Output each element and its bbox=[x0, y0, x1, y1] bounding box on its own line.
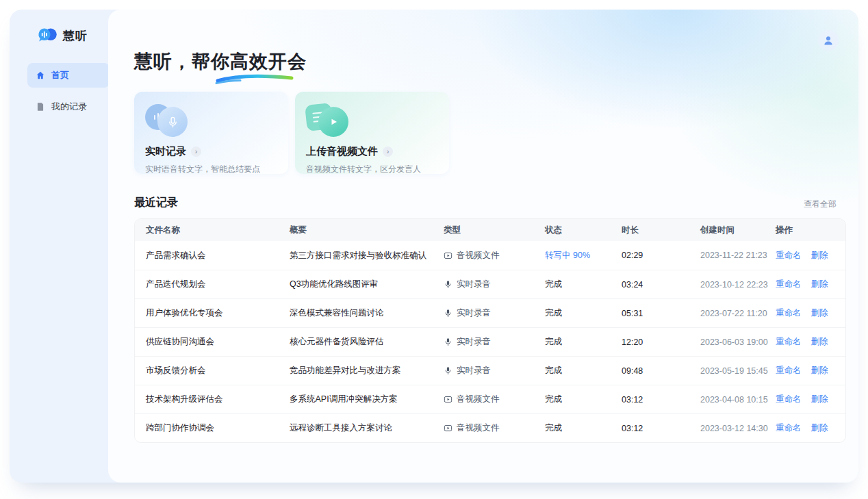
sidebar-item-my-records[interactable]: 我的记录 bbox=[27, 94, 110, 119]
sidebar-nav: 首页我的记录 bbox=[10, 63, 118, 119]
card-icon-cluster bbox=[145, 101, 277, 140]
rename-link[interactable]: 重命名 bbox=[776, 365, 802, 376]
card-upload-media[interactable]: 上传音视频文件›音视频文件转文字，区分发言人 bbox=[295, 92, 449, 174]
record-type: 实时录音 bbox=[444, 365, 545, 376]
page-title-text: 慧听，帮你高效开会 bbox=[134, 51, 307, 72]
record-name: 供应链协同沟通会 bbox=[146, 336, 290, 348]
document-icon bbox=[36, 102, 45, 112]
recent-section-header: 最近记录 查看全部 bbox=[134, 196, 837, 210]
record-summary: 核心元器件备货风险评估 bbox=[290, 336, 444, 348]
card-realtime-record[interactable]: 实时记录›实时语音转文字，智能总结要点 bbox=[134, 92, 288, 174]
table-row: 用户体验优化专项会深色模式兼容性问题讨论实时录音完成05:312023-07-2… bbox=[135, 298, 845, 327]
chevron-right-icon: › bbox=[191, 146, 201, 157]
record-status: 完成 bbox=[545, 336, 622, 348]
table-header-row: 文件名称概要类型状态时长创建时间操作 bbox=[135, 219, 845, 241]
microphone-icon bbox=[444, 366, 452, 375]
table-body: 产品需求确认会第三方接口需求对接与验收标准确认音视频文件转写中 90%02:29… bbox=[135, 241, 845, 442]
record-type-label: 音视频文件 bbox=[457, 394, 500, 405]
record-actions: 重命名删除 bbox=[776, 394, 834, 405]
microphone-icon bbox=[444, 309, 452, 318]
records-table: 文件名称概要类型状态时长创建时间操作 产品需求确认会第三方接口需求对接与验收标准… bbox=[134, 218, 846, 443]
delete-link[interactable]: 删除 bbox=[811, 307, 828, 319]
rename-link[interactable]: 重命名 bbox=[776, 422, 802, 434]
home-icon bbox=[36, 71, 45, 80]
record-type: 实时录音 bbox=[444, 336, 545, 348]
delete-link[interactable]: 删除 bbox=[811, 250, 828, 261]
record-type: 音视频文件 bbox=[444, 250, 545, 261]
play-icon bbox=[318, 107, 348, 137]
video-file-icon bbox=[444, 251, 452, 260]
record-type-label: 音视频文件 bbox=[457, 422, 500, 434]
record-name: 技术架构升级评估会 bbox=[146, 394, 290, 405]
action-cards: 实时记录›实时语音转文字，智能总结要点上传音视频文件›音视频文件转文字，区分发言… bbox=[134, 92, 837, 174]
rename-link[interactable]: 重命名 bbox=[776, 394, 802, 405]
record-duration: 03:12 bbox=[622, 424, 700, 433]
record-created-time: 2023-04-08 10:15 bbox=[700, 395, 776, 405]
delete-link[interactable]: 删除 bbox=[811, 422, 828, 434]
record-created-time: 2023-03-12 14:30 bbox=[700, 424, 776, 433]
record-type: 音视频文件 bbox=[444, 422, 545, 434]
rename-link[interactable]: 重命名 bbox=[776, 307, 802, 319]
rename-link[interactable]: 重命名 bbox=[776, 336, 802, 348]
rename-link[interactable]: 重命名 bbox=[776, 250, 802, 261]
record-created-time: 2023-06-03 19:00 bbox=[700, 337, 776, 347]
record-actions: 重命名删除 bbox=[776, 307, 834, 319]
table-row: 技术架构升级评估会多系统API调用冲突解决方案音视频文件完成03:122023-… bbox=[135, 385, 845, 413]
record-created-time: 2023-10-12 22:23 bbox=[700, 280, 776, 290]
delete-link[interactable]: 删除 bbox=[811, 365, 828, 376]
record-actions: 重命名删除 bbox=[776, 336, 834, 348]
delete-link[interactable]: 删除 bbox=[811, 336, 828, 348]
record-type: 音视频文件 bbox=[444, 394, 545, 405]
record-actions: 重命名删除 bbox=[776, 250, 834, 261]
card-title: 实时记录 bbox=[145, 145, 186, 158]
record-name: 市场反馈分析会 bbox=[146, 365, 290, 376]
speech-bubble-logo-icon bbox=[37, 26, 58, 45]
record-actions: 重命名删除 bbox=[776, 422, 834, 434]
page-title: 慧听，帮你高效开会 bbox=[134, 49, 307, 74]
microphone-icon bbox=[157, 107, 188, 137]
record-type-label: 实时录音 bbox=[457, 279, 491, 290]
card-icon-cluster bbox=[306, 101, 438, 140]
record-status: 完成 bbox=[545, 365, 622, 376]
record-type: 实时录音 bbox=[444, 307, 545, 319]
table-row: 市场反馈分析会竞品功能差异对比与改进方案实时录音完成09:482023-05-1… bbox=[135, 356, 845, 385]
delete-link[interactable]: 删除 bbox=[811, 279, 828, 290]
rename-link[interactable]: 重命名 bbox=[776, 279, 802, 290]
record-status: 完成 bbox=[545, 422, 622, 434]
record-summary: 深色模式兼容性问题讨论 bbox=[290, 307, 444, 319]
app-logo-text: 慧听 bbox=[63, 28, 88, 44]
record-duration: 05:31 bbox=[622, 309, 700, 318]
table-row: 供应链协同沟通会核心元器件备货风险评估实时录音完成12:202023-06-03… bbox=[135, 327, 845, 356]
record-created-time: 2023-05-19 15:45 bbox=[700, 366, 776, 376]
user-icon bbox=[822, 34, 834, 47]
table-row: 跨部门协作协调会远程诊断工具接入方案讨论音视频文件完成03:122023-03-… bbox=[135, 413, 845, 442]
record-duration: 09:48 bbox=[622, 366, 700, 376]
column-header: 状态 bbox=[545, 225, 622, 236]
column-header: 操作 bbox=[776, 225, 834, 236]
record-summary: Q3功能优化路线图评审 bbox=[290, 279, 444, 290]
record-duration: 03:24 bbox=[622, 280, 700, 290]
card-title: 上传音视频文件 bbox=[306, 145, 378, 158]
microphone-icon bbox=[444, 280, 452, 289]
record-type-label: 实时录音 bbox=[457, 365, 491, 376]
record-status: 完成 bbox=[545, 394, 622, 405]
record-type: 实时录音 bbox=[444, 279, 545, 290]
column-header: 概要 bbox=[290, 225, 444, 236]
main-panel: 慧听，帮你高效开会 实时记录›实时语音转文字，智能总结要点上传音视频文件›音视频… bbox=[108, 10, 858, 483]
user-avatar[interactable] bbox=[818, 30, 839, 51]
main-content: 慧听，帮你高效开会 实时记录›实时语音转文字，智能总结要点上传音视频文件›音视频… bbox=[108, 10, 858, 443]
record-summary: 第三方接口需求对接与验收标准确认 bbox=[290, 250, 444, 261]
delete-link[interactable]: 删除 bbox=[811, 394, 828, 405]
record-duration: 02:29 bbox=[622, 251, 700, 260]
record-summary: 多系统API调用冲突解决方案 bbox=[290, 394, 444, 405]
record-created-time: 2023-07-22 11:20 bbox=[700, 309, 776, 318]
view-all-link[interactable]: 查看全部 bbox=[804, 199, 837, 210]
sidebar-item-home[interactable]: 首页 bbox=[27, 63, 110, 88]
record-duration: 03:12 bbox=[622, 395, 700, 405]
column-header: 类型 bbox=[444, 225, 545, 236]
sidebar: 慧听 首页我的记录 bbox=[10, 10, 118, 483]
record-summary: 竞品功能差异对比与改进方案 bbox=[290, 365, 444, 376]
record-name: 产品需求确认会 bbox=[146, 250, 290, 261]
record-duration: 12:20 bbox=[622, 337, 700, 347]
microphone-icon bbox=[444, 337, 452, 346]
